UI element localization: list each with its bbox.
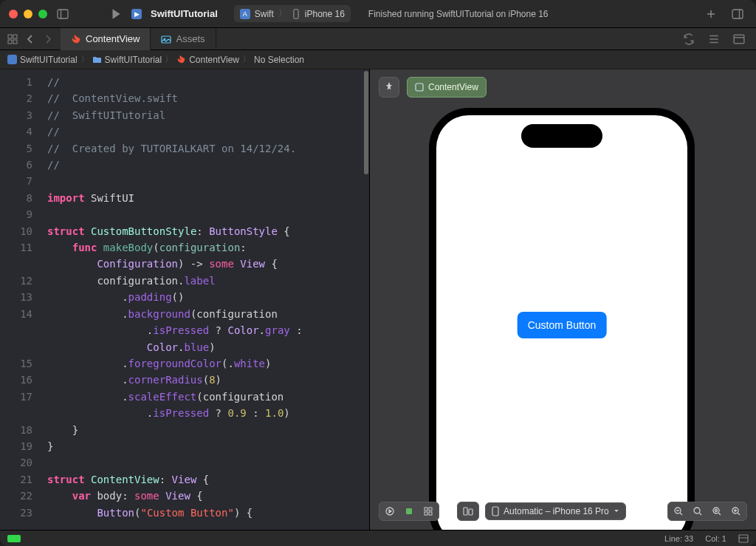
folder-icon [92, 55, 102, 64]
chevron-right-icon: 〉 [80, 53, 89, 66]
svg-line-38 [738, 513, 740, 515]
app-icon: ▶ [131, 9, 142, 19]
pin-preview-button[interactable] [379, 77, 399, 98]
refresh-icon[interactable] [679, 30, 698, 49]
device-frame: Custom Button [429, 108, 695, 546]
svg-point-34 [713, 508, 719, 513]
scheme-device-label: iPhone 16 [305, 9, 345, 19]
main-split: 1234567891011 121314 151617 181920212223… [0, 69, 756, 530]
cursor-col[interactable]: Col: 1 [705, 534, 726, 543]
svg-line-30 [680, 513, 682, 515]
svg-rect-28 [492, 507, 498, 516]
svg-point-32 [694, 508, 700, 513]
view-icon [415, 83, 424, 92]
scheme-app-icon: A [240, 9, 250, 19]
window-controls [9, 10, 47, 18]
svg-rect-8 [13, 35, 17, 38]
custom-button[interactable]: Custom Button [518, 312, 607, 338]
device-icon [292, 9, 300, 19]
tab-contentview[interactable]: ContentView [61, 28, 151, 50]
scheme-app-label: Swift [255, 9, 274, 19]
jump-bar[interactable]: SwiftUITutorial 〉 SwiftUITutorial 〉 Cont… [0, 50, 756, 69]
svg-rect-22 [425, 508, 427, 511]
scheme-selector[interactable]: A Swift 〉 iPhone 16 [234, 5, 351, 22]
tab-label: Assets [176, 33, 205, 44]
close-window-button[interactable] [9, 10, 18, 18]
source-editor[interactable]: 1234567891011 121314 151617 181920212223… [0, 69, 369, 530]
add-button[interactable] [701, 4, 721, 24]
minimize-window-button[interactable] [24, 10, 32, 18]
svg-rect-7 [8, 35, 12, 38]
code-content[interactable]: // // ContentView.swift // SwiftUITutori… [47, 74, 303, 521]
selectable-preview-button[interactable] [400, 504, 418, 519]
svg-rect-2 [294, 9, 298, 18]
nav-forward-button[interactable] [40, 31, 56, 47]
svg-rect-21 [406, 508, 412, 514]
preview-device-label: Automatic – iPhone 16 Pro [504, 506, 609, 516]
breadcrumb-file[interactable]: ContentView [176, 55, 239, 65]
build-status: Finished running SwiftUITutorial on iPho… [368, 9, 549, 19]
svg-rect-9 [8, 40, 12, 44]
tab-bar: ContentView Assets [0, 28, 756, 50]
device-icon [492, 506, 499, 516]
toggle-navigator-button[interactable] [53, 4, 72, 24]
chevron-right-icon: 〉 [242, 53, 251, 66]
build-indicator [7, 535, 21, 542]
swift-file-icon [176, 55, 186, 64]
zoom-in-button[interactable] [727, 504, 745, 519]
nav-back-button[interactable] [22, 31, 38, 47]
zoom-fit-button[interactable] [708, 504, 726, 519]
swift-file-icon [71, 34, 81, 44]
device-settings-button[interactable] [459, 504, 477, 519]
chevron-down-icon [614, 508, 619, 514]
tab-assets[interactable]: Assets [151, 28, 216, 50]
svg-rect-0 [58, 10, 68, 18]
scrollbar-thumb[interactable] [364, 71, 368, 174]
cursor-line[interactable]: Line: 33 [664, 534, 693, 543]
breadcrumb-symbol[interactable]: No Selection [254, 55, 304, 65]
preview-device-selector[interactable]: Automatic – iPhone 16 Pro [485, 502, 626, 520]
device-screen[interactable]: Custom Button [436, 115, 687, 544]
preview-chip[interactable]: ContentView [407, 77, 487, 98]
line-gutter: 1234567891011 121314 151617 181920212223 [0, 74, 41, 521]
status-bar: Line: 33 Col: 1 [0, 530, 756, 546]
run-button[interactable] [106, 4, 126, 24]
svg-rect-18 [7, 55, 17, 64]
breadcrumb-group[interactable]: SwiftUITutorial [92, 55, 162, 65]
svg-rect-23 [429, 508, 432, 511]
zoom-window-button[interactable] [38, 10, 47, 18]
preview-canvas: ContentView Custom Button Automatic – iP… [369, 69, 756, 530]
svg-rect-27 [469, 509, 472, 515]
svg-rect-26 [464, 508, 467, 515]
project-name: SwiftUITutorial [151, 8, 218, 19]
project-icon [7, 55, 17, 64]
dynamic-island [521, 124, 602, 148]
breadcrumb-project[interactable]: SwiftUITutorial [7, 55, 78, 65]
zoom-out-button[interactable] [670, 504, 687, 519]
editor-scrollbar[interactable] [363, 69, 369, 530]
svg-line-33 [699, 513, 701, 515]
svg-rect-10 [13, 40, 17, 44]
chevron-right-icon: 〉 [165, 53, 173, 66]
svg-point-36 [715, 510, 718, 512]
svg-rect-5 [732, 10, 743, 18]
svg-rect-19 [416, 83, 423, 91]
pin-icon [385, 82, 394, 92]
live-preview-button[interactable] [381, 504, 399, 519]
svg-line-35 [718, 513, 721, 515]
zoom-actual-button[interactable] [689, 504, 707, 519]
preview-chip-label: ContentView [428, 82, 478, 92]
editor-options-icon[interactable] [704, 30, 724, 49]
svg-rect-24 [425, 512, 427, 515]
titlebar: ▶ SwiftUITutorial A Swift 〉 iPhone 16 Fi… [0, 0, 756, 28]
tab-label: ContentView [86, 33, 140, 44]
svg-rect-16 [734, 35, 744, 43]
adjust-editor-icon[interactable] [729, 30, 749, 49]
assets-icon [161, 34, 171, 44]
variants-button[interactable] [419, 504, 437, 519]
svg-rect-25 [429, 512, 432, 515]
svg-rect-41 [739, 535, 748, 542]
toggle-inspector-button[interactable] [728, 4, 747, 24]
related-items-button[interactable] [4, 31, 21, 47]
outline-icon[interactable] [738, 533, 749, 544]
